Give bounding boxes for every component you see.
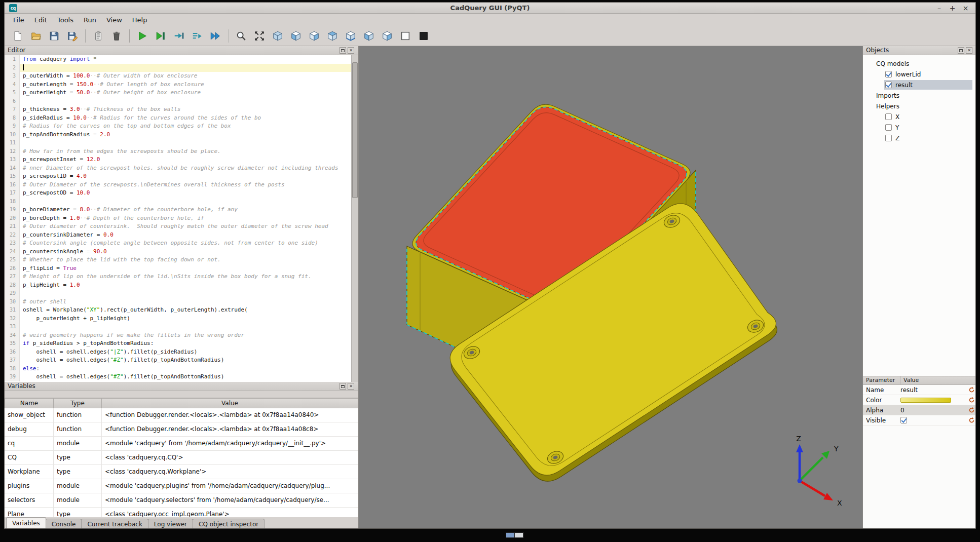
tab-current-traceback[interactable]: Current traceback (81, 519, 148, 529)
code-line-23[interactable]: 23# Countersink angle (complete angle be… (5, 239, 351, 248)
code-line-14[interactable]: 14# nner Diameter of the screwpost holes… (5, 164, 351, 173)
menu-item-view[interactable]: View (101, 15, 127, 25)
code-line-20[interactable]: 20p_boreDepth = 1.0··# Depth of the coun… (5, 214, 351, 223)
variables-row-workplane[interactable]: Workplanetype<class 'cadquery.cq.Workpla… (5, 465, 358, 479)
tab-cq-object-inspector[interactable]: CQ object inspector (193, 519, 265, 529)
code-line-21[interactable]: 21# Outer diameter of countersink. Shoul… (5, 222, 351, 231)
editor-scrollbar[interactable] (351, 55, 358, 382)
code-line-30[interactable]: 30# outer shell (5, 298, 351, 306)
menu-item-edit[interactable]: Edit (29, 15, 52, 25)
menu-item-tools[interactable]: Tools (52, 15, 79, 25)
reset-button[interactable] (966, 397, 976, 403)
save-file-button[interactable] (47, 29, 61, 43)
step-over-button[interactable] (190, 29, 204, 43)
code-line-28[interactable]: 28p_lipHeight = 1.0 (5, 281, 351, 290)
code-line-32[interactable]: 32 p_outerHeight + p_lipHeight) (5, 315, 351, 323)
code-line-5[interactable]: 5p_outerHeight = 50.0··# Outer height of… (5, 89, 351, 97)
minimize-button[interactable]: – (935, 3, 943, 13)
reset-button[interactable] (966, 407, 976, 413)
variables-row-debug[interactable]: debugfunction<function Debugger.render.<… (5, 422, 358, 437)
tree-item-imports[interactable]: Imports (863, 90, 976, 101)
code-line-12[interactable]: 12# How far in from the edges the screwp… (5, 147, 351, 156)
objects-close-button[interactable]: ✕ (966, 47, 972, 54)
code-line-27[interactable]: 27# Height of lip on the underside of th… (5, 273, 351, 281)
viewport-canvas[interactable]: Z Y X (359, 46, 863, 529)
workspace-cell[interactable] (506, 533, 514, 537)
view-right-button[interactable] (380, 29, 394, 43)
code-line-6[interactable]: 6 (5, 97, 351, 106)
code-line-29[interactable]: 29 (5, 289, 351, 298)
code-line-24[interactable]: 24p_countersinkAngle = 90.0 (5, 248, 351, 256)
tree-item-cq-models[interactable]: CQ models (863, 58, 976, 69)
lowerlid-checkbox[interactable] (885, 71, 892, 78)
variables-row-show-object[interactable]: show_objectfunction<function Debugger.re… (5, 408, 358, 422)
wireframe-button[interactable] (398, 29, 412, 43)
color-swatch[interactable] (900, 398, 951, 403)
copy-button[interactable] (91, 29, 105, 43)
view-bottom-button[interactable] (344, 29, 358, 43)
code-line-34[interactable]: 34# weird geometry happens if we make th… (5, 331, 351, 340)
result-checkbox[interactable] (885, 82, 892, 88)
open-file-button[interactable] (29, 29, 43, 43)
view-left-button[interactable] (362, 29, 376, 43)
code-line-17[interactable]: 17p_screwpostOD = 10.0 (5, 189, 351, 198)
code-line-22[interactable]: 22p_countersinkDiameter = 0.0 (5, 231, 351, 240)
menu-item-run[interactable]: Run (79, 15, 101, 25)
variables-row-plane[interactable]: Planetype<class 'cadquery.occ_impl.geom.… (5, 508, 358, 517)
param-value-visible[interactable] (900, 417, 966, 423)
code-line-11[interactable]: 11 (5, 139, 351, 147)
tree-item-x[interactable]: X (863, 111, 976, 122)
variables-row-cq[interactable]: CQtype<class 'cadquery.cq.CQ'> (5, 451, 358, 465)
menu-item-file[interactable]: File (8, 15, 29, 25)
menu-item-help[interactable]: Help (127, 15, 153, 25)
param-value-name[interactable]: result (900, 386, 966, 394)
new-file-button[interactable] (11, 29, 25, 43)
code-line-35[interactable]: 35if p_sideRadius > p_topAndBottomRadius… (5, 339, 351, 348)
tab-variables[interactable]: Variables (6, 517, 46, 529)
view-iso-button[interactable] (271, 29, 285, 43)
editor-float-button[interactable] (340, 47, 346, 54)
step-into-button[interactable] (172, 29, 186, 43)
code-line-8[interactable]: 8p_sideRadius = 10.0··# Radius for the c… (5, 114, 351, 123)
code-line-13[interactable]: 13p_screwpostInset = 12.0 (5, 156, 351, 164)
variables-float-button[interactable] (340, 383, 346, 390)
tab-log-viewer[interactable]: Log viewer (148, 519, 193, 529)
shaded-button[interactable] (417, 29, 431, 43)
save-as-button[interactable] (65, 29, 80, 43)
code-line-37[interactable]: 37 oshell = oshell.edges("#Z").fillet(p_… (5, 356, 351, 365)
variables-row-selectors[interactable]: selectorsmodule<module 'cadquery.selecto… (5, 493, 358, 508)
code-line-38[interactable]: 38else: (5, 365, 351, 373)
y-checkbox[interactable] (885, 124, 892, 131)
code-line-1[interactable]: 1from cadquery import * (5, 55, 351, 64)
z-checkbox[interactable] (885, 135, 892, 141)
code-line-36[interactable]: 36 oshell = oshell.edges("|Z").fillet(p_… (5, 348, 351, 357)
workspace-cell[interactable] (515, 533, 523, 537)
reset-button[interactable] (966, 386, 976, 393)
code-line-3[interactable]: 3p_outerWidth = 100.0··# Outer width of … (5, 72, 351, 81)
view-top-button[interactable] (325, 29, 340, 43)
close-button[interactable]: × (962, 3, 969, 13)
code-line-18[interactable]: 18 (5, 198, 351, 206)
variables-close-button[interactable]: ✕ (348, 383, 354, 390)
variables-row-plugins[interactable]: pluginsmodule<module 'cadquery.plugins' … (5, 479, 358, 493)
debug-button[interactable] (154, 29, 168, 43)
maximize-button[interactable]: + (949, 3, 956, 13)
reset-button[interactable] (966, 417, 976, 423)
view-back-button[interactable] (307, 29, 321, 43)
code-line-10[interactable]: 10p_topAndBottomRadius = 2.0 (5, 131, 351, 139)
tab-console[interactable]: Console (46, 519, 82, 529)
x-checkbox[interactable] (885, 113, 892, 120)
code-editor[interactable]: 1from cadquery import *23p_outerWidth = … (5, 55, 351, 382)
param-value-alpha[interactable]: 0 (900, 407, 966, 414)
run-button[interactable] (135, 29, 149, 43)
view-front-button[interactable] (289, 29, 303, 43)
variables-row-cq[interactable]: cqmodule<module 'cadquery' from '/home/a… (5, 437, 358, 451)
fit-view-button[interactable] (252, 29, 267, 43)
tree-item-result[interactable]: result (863, 80, 976, 90)
code-line-25[interactable]: 25# Whether to place the lid with the to… (5, 256, 351, 264)
code-line-39[interactable]: 39 oshell = oshell.edges("#Z").fillet(p_… (5, 373, 351, 381)
variables-column-header[interactable]: Type (54, 398, 102, 408)
3d-viewport[interactable]: Z Y X (358, 46, 863, 529)
tree-item-z[interactable]: Z (863, 133, 976, 143)
code-line-7[interactable]: 7p_thickness = 3.0··# Thickness of the b… (5, 105, 351, 114)
